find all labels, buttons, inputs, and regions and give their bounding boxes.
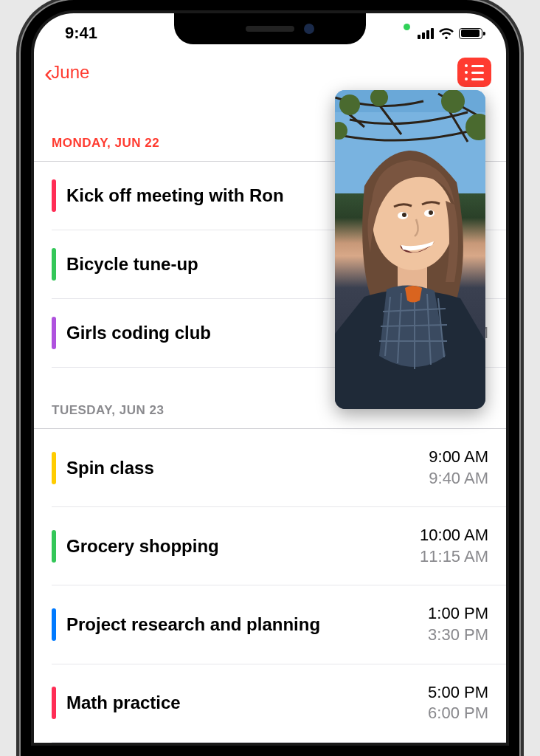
screen: 9:41 ‹ June xyxy=(34,13,506,743)
event-title: Math practice xyxy=(66,692,428,714)
back-label: June xyxy=(51,62,89,83)
event-times: 1:00 PM 3:30 PM xyxy=(428,603,488,645)
battery-icon xyxy=(459,28,482,39)
svg-point-4 xyxy=(441,90,465,113)
calendar-color-bar xyxy=(52,317,56,349)
calendar-color-bar xyxy=(52,248,56,281)
event-item[interactable]: Math practice 5:00 PM 6:00 PM xyxy=(52,664,506,743)
event-list: Spin class 9:00 AM 9:40 AM Grocery shopp… xyxy=(34,429,506,743)
notch xyxy=(174,13,366,44)
calendar-color-bar xyxy=(52,452,56,484)
back-button[interactable]: ‹ June xyxy=(44,60,89,85)
power-button[interactable] xyxy=(519,214,524,310)
phone-frame: 9:41 ‹ June xyxy=(21,0,519,756)
event-item[interactable]: Grocery shopping 10:00 AM 11:15 AM xyxy=(52,507,506,585)
calendar-color-bar xyxy=(52,179,56,212)
event-item[interactable]: Spin class 9:00 AM 9:40 AM xyxy=(52,429,506,507)
svg-point-2 xyxy=(339,94,360,115)
event-times: 5:00 PM 6:00 PM xyxy=(428,682,488,724)
list-view-button[interactable] xyxy=(457,58,491,87)
svg-point-10 xyxy=(402,213,406,217)
cellular-signal-icon xyxy=(418,27,434,39)
calendar-color-bar xyxy=(52,687,56,719)
calendar-color-bar xyxy=(52,530,56,563)
event-title: Project research and planning xyxy=(66,614,428,636)
calendar-color-bar xyxy=(52,608,56,641)
event-title: Grocery shopping xyxy=(66,535,420,557)
event-title: Spin class xyxy=(66,457,429,479)
camera-in-use-indicator xyxy=(404,24,410,30)
event-item[interactable]: Project research and planning 1:00 PM 3:… xyxy=(52,585,506,664)
event-times: 10:00 AM 11:15 AM xyxy=(420,525,488,567)
speaker xyxy=(246,26,294,32)
front-camera xyxy=(304,24,314,34)
status-time: 9:41 xyxy=(65,24,97,43)
wifi-icon xyxy=(438,27,454,40)
nav-bar: ‹ June xyxy=(34,53,506,94)
event-times: 9:00 AM 9:40 AM xyxy=(429,447,488,489)
svg-point-12 xyxy=(429,210,433,215)
picture-in-picture-video[interactable] xyxy=(335,90,485,409)
